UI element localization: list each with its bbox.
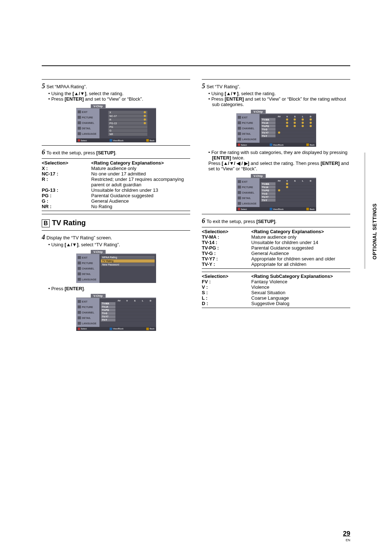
osd-col-header: V [283,116,291,118]
osd-side-item: LANGUAGE [77,131,99,137]
osd-cell [115,305,123,309]
osd-col-header: S [291,116,299,118]
osd-cell [283,125,291,128]
svg-rect-22 [238,191,241,194]
table-key: G : [42,198,91,204]
osd-side-item: LANGUAGE [237,137,259,142]
table-key: PG-13 : [42,187,91,193]
osd-cell [307,189,315,192]
lock-icon [286,125,288,127]
bullet: Using the [▲/▼], select the rating. [48,91,190,96]
menu-icon [238,180,241,183]
menu-icon [78,316,81,320]
menu-icon [78,300,81,303]
table-value: Fantasy Violence [251,279,350,284]
step-text: To exit the setup, press [SETUP]. [46,150,117,155]
osd-cell [123,305,131,309]
osd-col-header: D [307,116,315,118]
svg-rect-3 [78,127,81,130]
osd-cell [275,199,283,202]
osd-cell [291,121,299,125]
osd-cell [291,186,299,189]
svg-rect-20 [238,180,241,183]
osd-cell [291,189,299,192]
osd-cell [131,312,139,315]
step-text: Set “MPAA Rating”. [46,84,87,89]
bullet: Press [ENTER] and set to “View” or “Bloc… [208,96,350,107]
osd-tv-rating-grid-locked: V-Chip EXITPICTURECHANNELDETAILLANGUAGE … [236,109,316,147]
osd-cell [283,121,291,125]
osd-cell [123,319,131,322]
osd-row-label: TV-14 [101,305,115,309]
table-header: <Selection> [42,160,91,166]
osd-cell [299,121,307,125]
osd-cell [299,128,307,131]
osd-cell [307,186,315,189]
osd-row: R [108,118,147,122]
table-header: <Rating Category Explanations> [251,229,350,234]
bullet: Using [▲/▼], select the rating. [208,91,350,96]
menu-icon [78,116,81,119]
menu-icon [238,127,241,130]
osd-tv-rating-menu: V-Chip EXITPICTURECHANNELDETAILLANGUAGE … [76,250,156,283]
osd-side-item: CHANNEL [77,266,99,271]
osd-cell [291,131,299,134]
menu-icon [238,138,241,141]
osd-col-header: L [299,180,307,182]
table-key: NR : [42,204,91,209]
osd-row: NC-17 [108,114,147,118]
osd-cell [291,134,299,138]
table-key: TV-Y : [202,262,251,267]
table-value: Coarse Language [251,295,350,301]
osd-side-item: LANGUAGE [237,201,259,206]
osd-cell [291,118,299,121]
osd-side-item: EXIT [237,179,259,185]
osd-row-label: TV-14 [261,121,275,125]
osd-side-item: PICTURE [237,120,259,126]
osd-col-header: S [291,180,299,182]
svg-rect-2 [78,121,81,124]
left-column: 5 Set “MPAA Rating”. Using the [▲/▼], se… [42,76,190,334]
osd-cell [139,302,147,305]
osd-side-item: DETAIL [237,131,259,137]
osd-side-item: LANGUAGE [77,277,99,282]
osd-cell [131,309,139,312]
menu-icon [238,191,241,194]
osd-cell [283,189,291,192]
osd-col-header: S [131,300,139,302]
osd-cell [147,309,155,312]
menu-icon [78,256,81,259]
osd-cell [275,128,283,131]
table-key: S : [202,290,251,295]
osd-cell [147,302,155,305]
lock-icon [278,189,280,191]
osd-col-header: D [307,180,315,182]
page-number: 29 [343,530,350,538]
osd-cell [307,131,315,134]
osd-cell [283,134,291,138]
table-key: X : [42,166,91,171]
svg-rect-5 [78,256,81,259]
osd-cell [139,305,147,309]
step-number: 6 [42,149,45,156]
step-number: 6 [202,217,205,225]
osd-side-item: CHANNEL [237,190,259,195]
osd-cell [291,182,299,186]
svg-rect-10 [78,300,81,303]
osd-col-header: FV [115,300,123,302]
svg-rect-0 [78,110,81,113]
menu-icon [78,305,81,309]
osd-cell [307,121,315,125]
svg-rect-14 [78,322,81,325]
menu-icon [78,267,81,270]
svg-rect-21 [238,186,241,189]
osd-cell [275,134,283,138]
table-key: NC-17 : [42,171,91,177]
lock-icon [144,118,146,121]
menu-icon [78,121,81,125]
osd-col-header: FV [275,116,283,118]
osd-cell [307,182,315,186]
osd-row: MPAA Rating [101,256,155,259]
bullet: Press [ENTER]. [48,286,190,291]
osd-mpaa-rating: V-Chip EXITPICTURECHANNELDETAILLANGUAGE … [76,104,156,142]
